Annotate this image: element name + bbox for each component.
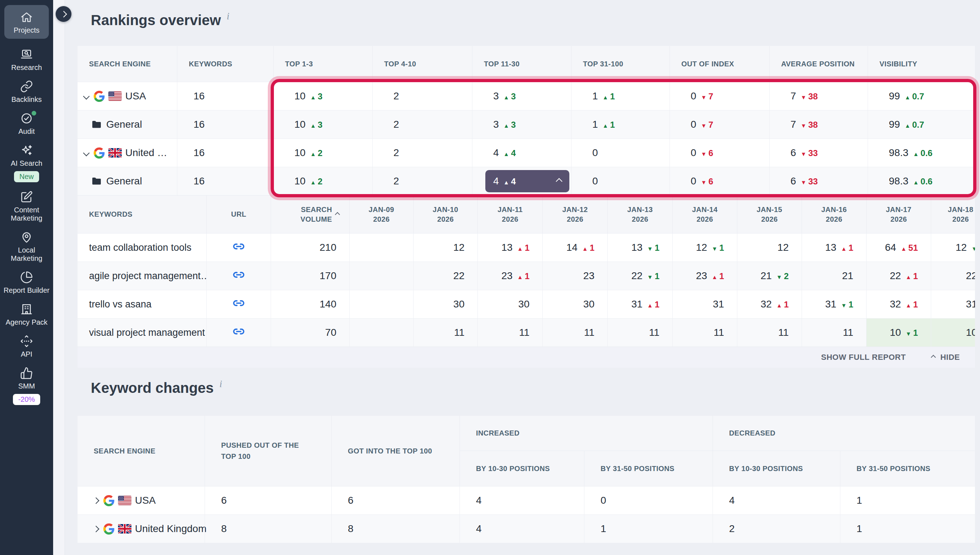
rankings-row-general-3[interactable]: General1610▲224▲400▼66▼3398.3▲0.6 xyxy=(77,167,975,195)
sidebar-item-api[interactable]: API xyxy=(3,335,50,358)
sidebar-item-research[interactable]: Research xyxy=(3,48,50,72)
hide-button[interactable]: HIDE xyxy=(932,353,960,362)
chevron-right-icon[interactable] xyxy=(93,497,99,504)
cell-pushed-out-of-top-100: 6 xyxy=(205,486,331,515)
sidebar-item-backlinks[interactable]: Backlinks xyxy=(3,80,50,104)
rankings-row-general-1[interactable]: General1610▲323▲31▲10▼77▼3899▲0.7 xyxy=(77,110,975,138)
cell-average-position: 6▼33 xyxy=(769,167,868,195)
cell-value: 4 xyxy=(729,495,735,506)
url-link-icon[interactable] xyxy=(233,269,245,284)
cell-jan-10: 22 xyxy=(413,262,477,290)
cell-value-group: 13▼1 xyxy=(631,242,659,253)
sidebar-item-label: Local Marketing xyxy=(3,246,50,263)
keyword-group-cell[interactable]: General xyxy=(77,167,177,195)
cell-value: 11 xyxy=(519,327,530,338)
position-distribution-pill[interactable]: 4▲4 xyxy=(485,170,569,192)
cell-value: 1 xyxy=(856,495,862,506)
cell-jan-14: 31 xyxy=(672,290,737,318)
url-link-icon[interactable] xyxy=(233,297,245,312)
change-delta: ▲1 xyxy=(582,243,594,253)
cell-value: 6 xyxy=(790,147,796,159)
cell-value-group: 210 xyxy=(320,242,336,253)
keyword-changes-card: SEARCH ENGINE PUSHED OUT OF THE TOP 100 … xyxy=(77,416,975,543)
search-engine-cell[interactable]: United … xyxy=(77,139,177,167)
info-icon[interactable]: i xyxy=(219,379,222,389)
cell-value-group: 11 xyxy=(713,327,724,338)
cell-jan-14: 23▲1 xyxy=(672,262,737,290)
cell-decreased-by-31-50: 1 xyxy=(840,486,975,515)
keyword-row-team-collaboration-tools[interactable]: team collaboration tools2101213▲114▲113▼… xyxy=(77,233,975,261)
cell-value-group: 32▲1 xyxy=(890,298,918,310)
cell-value-group: 64▲51 xyxy=(885,242,918,253)
change-delta: ▼7 xyxy=(701,120,713,130)
cell-value: 31 xyxy=(631,298,643,310)
cell-value-group: 11 xyxy=(649,327,659,338)
sidebar-item-smm[interactable]: SMM-20% xyxy=(3,367,50,405)
cell-value: 13 xyxy=(631,242,643,253)
column-header-jan-15-2026: JAN-15 2026 xyxy=(737,196,802,233)
column-header-search-volume[interactable]: SEARCH VOLUME xyxy=(271,196,349,233)
cell-value-group: 10▼1 xyxy=(890,327,918,338)
collapsed-subpanel xyxy=(53,0,65,555)
cell-visibility: 99▲0.7 xyxy=(868,111,975,138)
chevron-down-icon[interactable] xyxy=(83,93,89,99)
change-delta: ▲3 xyxy=(310,91,322,101)
cell-jan-14: 11 xyxy=(672,319,737,346)
chevron-right-icon[interactable] xyxy=(93,526,99,532)
cell-value-group: 4▲4 xyxy=(493,147,516,159)
sidebar-item-agency-pack[interactable]: Agency Pack xyxy=(3,303,50,326)
cell-value: 10 xyxy=(294,90,305,102)
cell-value-group: 13▲1 xyxy=(501,242,530,253)
agency-pack-icon xyxy=(20,303,33,316)
rankings-row-united-2[interactable]: United …1610▲224▲400▼66▼3398.3▲0.6 xyxy=(77,138,975,167)
sidebar-item-ai-search[interactable]: AI SearchNew xyxy=(3,144,50,182)
change-delta: ▲4 xyxy=(504,148,516,158)
cell-keywords-count: 16 xyxy=(177,139,273,167)
local-marketing-icon xyxy=(20,231,33,244)
change-delta: ▲1 xyxy=(906,271,918,281)
cell-value: 4 xyxy=(476,523,482,534)
keyword-group-cell[interactable]: General xyxy=(77,111,177,138)
rankings-row-usa-0[interactable]: USA1610▲323▲31▲10▼77▼3899▲0.7 xyxy=(77,82,975,110)
cell-value-group: 1▲1 xyxy=(592,90,615,102)
sidebar-item-audit[interactable]: Audit xyxy=(3,112,50,136)
cell-top-11-30: 3▲3 xyxy=(472,82,571,110)
keyword-row-agile-project-management[interactable]: agile project management…1702223▲12322▼1… xyxy=(77,261,975,290)
url-link-icon[interactable] xyxy=(233,326,245,340)
sidebar-item-local-marketing[interactable]: Local Marketing xyxy=(3,231,50,263)
cell-visibility: 98.3▲0.6 xyxy=(868,139,975,167)
keyword-row-trello-vs-asana[interactable]: trello vs asana14030303031▲13132▲131▼132… xyxy=(77,290,975,318)
cell-value-group: 30 xyxy=(453,298,464,310)
uk-flag-icon xyxy=(118,524,132,534)
cell-top-31-100: 1▲1 xyxy=(571,82,670,110)
cell-value-group: 8 xyxy=(221,523,227,534)
cell-value-group: 1▲1 xyxy=(592,119,615,130)
sidebar-item-report-builder[interactable]: Report Builder xyxy=(3,271,50,295)
cell-keywords-count: 16 xyxy=(177,111,273,138)
sidebar-expand-button[interactable] xyxy=(56,6,71,22)
col-group-decreased: DECREASED xyxy=(713,416,975,451)
change-delta: ▼38 xyxy=(801,91,818,101)
keyword-row-visual-project-management[interactable]: visual project management701111111111111… xyxy=(77,318,975,346)
sidebar-item-content-marketing[interactable]: Content Marketing xyxy=(3,191,50,223)
sidebar-item-projects[interactable]: Projects xyxy=(4,5,49,39)
search-engine-cell[interactable]: United Kingdom xyxy=(77,515,205,543)
cell-value-group: 2 xyxy=(394,90,399,102)
changes-row-usa[interactable]: USA664041 xyxy=(77,486,975,515)
search-engine-cell[interactable]: USA xyxy=(77,82,177,110)
keyword-positions-table: KEYWORDSURLSEARCH VOLUMEJAN-09 2026JAN-1… xyxy=(77,195,975,346)
column-header-jan-12-2026: JAN-12 2026 xyxy=(542,196,607,233)
chevron-down-icon[interactable] xyxy=(83,149,89,156)
cell-value: 64 xyxy=(885,242,896,253)
changes-row-united-kingdom[interactable]: United Kingdom884121 xyxy=(77,515,975,543)
search-engine-cell[interactable]: USA xyxy=(77,486,205,515)
cell-value: 22 xyxy=(966,270,975,282)
cell-value-group: 16 xyxy=(193,147,205,159)
info-icon[interactable]: i xyxy=(227,11,230,21)
keyword-cell: agile project management… xyxy=(77,262,206,290)
arrow-down-icon: ▼ xyxy=(906,331,911,337)
cell-value: 12 xyxy=(696,242,707,253)
arrow-down-icon: ▼ xyxy=(701,123,707,129)
content-marketing-icon xyxy=(20,191,33,204)
url-link-icon[interactable] xyxy=(233,241,245,255)
